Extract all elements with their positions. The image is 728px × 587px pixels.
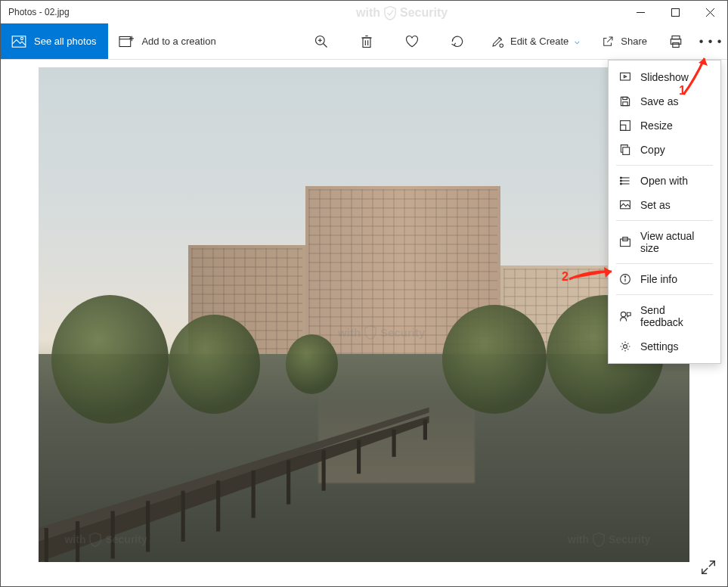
menu-slideshow-label: Slideshow [640,71,689,83]
add-to-creation-button[interactable]: Add to a creation [108,23,228,59]
menu-view-actual-size-label: View actual size [640,230,710,254]
see-all-photos-label: See all photos [34,36,96,47]
svg-rect-40 [623,102,627,106]
menu-settings-label: Settings [640,340,679,353]
toolbar-icons [299,23,480,59]
svg-rect-14 [363,38,370,48]
actual-size-icon [619,236,631,248]
svg-rect-37 [621,73,630,80]
watermark-top: with Security [356,5,448,20]
menu-send-feedback-label: Send feedback [640,304,710,328]
heart-icon [404,34,420,49]
share-label: Share [621,36,647,47]
add-to-creation-label: Add to a creation [141,36,215,47]
svg-rect-22 [673,42,679,47]
add-creation-icon [119,35,134,48]
svg-line-35 [709,561,714,567]
rotate-icon [450,34,465,49]
share-icon [601,35,615,48]
chevron-down-icon: ⌵ [575,36,580,46]
svg-rect-20 [672,36,680,39]
svg-rect-43 [623,148,630,155]
more-button[interactable]: • • • [694,23,727,59]
svg-line-36 [702,568,708,573]
share-button[interactable]: Share [590,23,658,59]
svg-rect-42 [621,125,626,130]
window-title: Photos - 02.jpg [8,7,70,17]
edit-icon [491,35,504,48]
menu-copy-label: Copy [640,144,665,156]
fullscreen-button[interactable] [700,559,717,576]
svg-rect-39 [623,97,627,99]
more-menu: Slideshow Save as Resize Copy Open with … [608,60,721,364]
slideshow-icon [619,71,631,83]
save-icon [619,95,631,107]
svg-point-55 [624,276,625,277]
trash-icon [359,34,374,49]
delete-button[interactable] [344,23,389,60]
edit-create-button[interactable]: Edit & Create ⌵ [480,23,590,59]
svg-point-5 [20,37,23,39]
copy-icon [619,144,631,156]
svg-rect-50 [621,200,630,208]
svg-point-57 [624,345,627,349]
svg-point-49 [620,183,621,185]
toolbar: See all photos Add to a creation Edit & … [1,23,727,60]
resize-icon [619,120,631,132]
svg-point-47 [620,177,621,179]
menu-save-as-label: Save as [640,95,679,107]
favorite-button[interactable] [389,23,435,60]
print-button[interactable] [658,23,694,59]
rotate-button[interactable] [435,23,480,60]
svg-point-48 [620,180,621,182]
svg-marker-38 [624,76,626,78]
menu-open-with[interactable]: Open with [609,169,720,193]
gear-icon [619,340,631,353]
feedback-icon [619,310,631,322]
menu-set-as[interactable]: Set as [609,193,720,217]
set-as-icon [619,199,631,211]
see-all-photos-button[interactable]: See all photos [1,23,108,59]
menu-slideshow[interactable]: Slideshow [609,65,720,89]
photo-content[interactable]: withSecurity withSecurity withSecurity [39,67,689,562]
menu-separator [616,294,713,295]
svg-rect-1 [671,8,679,16]
menu-separator [616,263,713,264]
fullscreen-icon [700,559,717,576]
menu-save-as[interactable]: Save as [609,89,720,113]
svg-rect-6 [119,36,131,46]
menu-send-feedback[interactable]: Send feedback [609,298,720,334]
svg-rect-51 [621,239,630,247]
svg-rect-41 [621,121,630,131]
titlebar: Photos - 02.jpg with Security [1,1,727,23]
photos-icon [11,36,26,48]
menu-separator [616,220,713,221]
menu-resize[interactable]: Resize [609,113,720,138]
menu-settings[interactable]: Settings [609,334,720,359]
menu-file-info[interactable]: File info [609,267,720,291]
zoom-icon [314,34,329,49]
minimize-button[interactable] [623,1,658,23]
menu-set-as-label: Set as [640,199,671,211]
menu-view-actual-size[interactable]: View actual size [609,224,720,260]
svg-point-19 [500,44,503,48]
menu-copy[interactable]: Copy [609,138,720,162]
open-with-icon [619,175,631,187]
print-icon [668,34,683,49]
close-button[interactable] [692,1,727,23]
menu-file-info-label: File info [640,273,677,285]
svg-point-56 [621,312,625,316]
svg-line-11 [323,43,327,47]
menu-resize-label: Resize [640,120,673,132]
edit-create-label: Edit & Create [510,36,568,47]
more-icon: • • • [699,35,723,48]
window-controls [623,1,727,23]
info-icon [619,273,631,285]
zoom-button[interactable] [299,23,344,60]
menu-separator [616,165,713,166]
menu-open-with-label: Open with [640,175,688,187]
maximize-button[interactable] [658,1,692,23]
